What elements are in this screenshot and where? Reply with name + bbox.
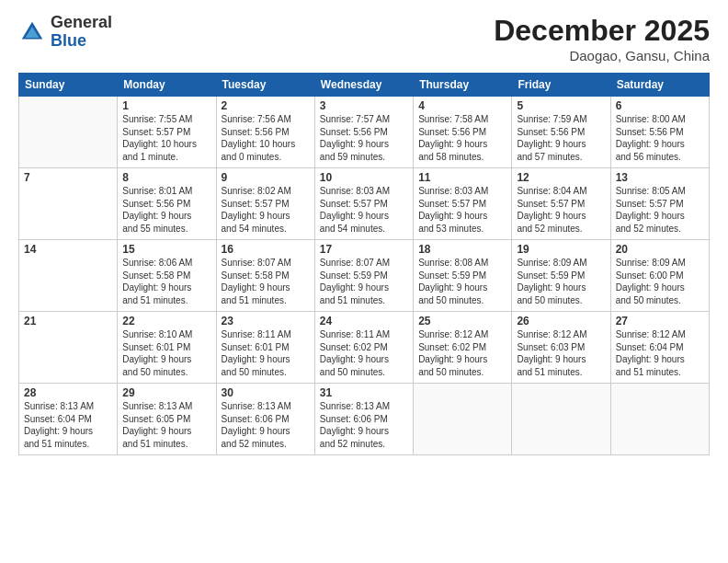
day-number: 15 bbox=[122, 243, 210, 256]
calendar-cell: 8Sunrise: 8:01 AMSunset: 5:56 PMDaylight… bbox=[118, 168, 216, 240]
calendar-cell: 1Sunrise: 7:55 AMSunset: 5:57 PMDaylight… bbox=[118, 97, 216, 168]
page: General Blue December 2025 Daogao, Gansu… bbox=[0, 0, 728, 563]
day-info: Sunrise: 7:56 AMSunset: 5:56 PMDaylight:… bbox=[222, 113, 310, 163]
calendar-week-0: 1Sunrise: 7:55 AMSunset: 5:57 PMDaylight… bbox=[19, 97, 710, 168]
day-number: 1 bbox=[122, 99, 210, 112]
day-number: 5 bbox=[517, 99, 605, 112]
calendar-header-wednesday: Wednesday bbox=[314, 74, 413, 97]
day-number: 7 bbox=[24, 171, 112, 184]
logo-blue: Blue bbox=[51, 32, 112, 51]
day-number: 29 bbox=[122, 386, 210, 399]
calendar-cell: 13Sunrise: 8:05 AMSunset: 5:57 PMDayligh… bbox=[610, 168, 709, 240]
calendar-cell bbox=[610, 384, 709, 455]
day-number: 11 bbox=[418, 171, 506, 184]
logo-general: General bbox=[51, 14, 112, 32]
calendar-cell: 4Sunrise: 7:58 AMSunset: 5:56 PMDaylight… bbox=[414, 97, 512, 168]
day-number: 25 bbox=[418, 315, 506, 327]
title-section: December 2025 Daogao, Gansu, China bbox=[494, 14, 710, 63]
day-number: 3 bbox=[320, 99, 408, 112]
calendar-cell: 14 bbox=[19, 240, 118, 312]
day-number: 16 bbox=[222, 243, 310, 256]
header: General Blue December 2025 Daogao, Gansu… bbox=[18, 14, 710, 63]
location: Daogao, Gansu, China bbox=[494, 48, 710, 63]
day-number: 28 bbox=[24, 386, 112, 399]
day-number: 23 bbox=[222, 315, 310, 327]
day-info: Sunrise: 8:11 AMSunset: 6:01 PMDaylight:… bbox=[222, 328, 310, 378]
calendar-cell: 22Sunrise: 8:10 AMSunset: 6:01 PMDayligh… bbox=[118, 312, 216, 384]
day-info: Sunrise: 8:13 AMSunset: 6:06 PMDaylight:… bbox=[320, 400, 408, 450]
day-number: 26 bbox=[517, 315, 605, 327]
calendar-cell: 6Sunrise: 8:00 AMSunset: 5:56 PMDaylight… bbox=[610, 97, 709, 168]
day-info: Sunrise: 8:11 AMSunset: 6:02 PMDaylight:… bbox=[320, 328, 408, 378]
day-number: 30 bbox=[222, 386, 310, 399]
day-info: Sunrise: 8:13 AMSunset: 6:05 PMDaylight:… bbox=[122, 400, 210, 450]
day-number: 18 bbox=[418, 243, 506, 256]
day-info: Sunrise: 8:12 AMSunset: 6:03 PMDaylight:… bbox=[517, 328, 605, 378]
calendar-header-saturday: Saturday bbox=[610, 74, 709, 97]
calendar-week-3: 2122Sunrise: 8:10 AMSunset: 6:01 PMDayli… bbox=[19, 312, 710, 384]
calendar-week-1: 78Sunrise: 8:01 AMSunset: 5:56 PMDayligh… bbox=[19, 168, 710, 240]
day-number: 22 bbox=[122, 315, 210, 327]
day-info: Sunrise: 8:09 AMSunset: 5:59 PMDaylight:… bbox=[517, 257, 605, 306]
day-info: Sunrise: 8:12 AMSunset: 6:02 PMDaylight:… bbox=[418, 328, 506, 378]
calendar-week-4: 28Sunrise: 8:13 AMSunset: 6:04 PMDayligh… bbox=[19, 384, 710, 455]
logo-text: General Blue bbox=[51, 14, 112, 51]
day-info: Sunrise: 8:01 AMSunset: 5:56 PMDaylight:… bbox=[122, 185, 210, 235]
day-info: Sunrise: 8:04 AMSunset: 5:57 PMDaylight:… bbox=[517, 185, 605, 235]
day-info: Sunrise: 7:55 AMSunset: 5:57 PMDaylight:… bbox=[122, 113, 210, 163]
day-number: 19 bbox=[517, 243, 605, 256]
day-number: 17 bbox=[320, 243, 408, 256]
day-number: 2 bbox=[222, 99, 310, 112]
calendar-cell bbox=[19, 97, 118, 168]
calendar-cell: 20Sunrise: 8:09 AMSunset: 6:00 PMDayligh… bbox=[610, 240, 709, 312]
calendar-cell: 10Sunrise: 8:03 AMSunset: 5:57 PMDayligh… bbox=[314, 168, 413, 240]
calendar-cell: 24Sunrise: 8:11 AMSunset: 6:02 PMDayligh… bbox=[314, 312, 413, 384]
calendar-cell: 28Sunrise: 8:13 AMSunset: 6:04 PMDayligh… bbox=[19, 384, 118, 455]
calendar-cell: 23Sunrise: 8:11 AMSunset: 6:01 PMDayligh… bbox=[216, 312, 314, 384]
calendar-cell bbox=[414, 384, 512, 455]
calendar-cell: 15Sunrise: 8:06 AMSunset: 5:58 PMDayligh… bbox=[118, 240, 216, 312]
calendar-cell: 30Sunrise: 8:13 AMSunset: 6:06 PMDayligh… bbox=[216, 384, 314, 455]
calendar-cell: 2Sunrise: 7:56 AMSunset: 5:56 PMDaylight… bbox=[216, 97, 314, 168]
calendar-table: SundayMondayTuesdayWednesdayThursdayFrid… bbox=[18, 73, 710, 455]
calendar-header-sunday: Sunday bbox=[19, 74, 118, 97]
day-info: Sunrise: 8:03 AMSunset: 5:57 PMDaylight:… bbox=[418, 185, 506, 235]
calendar-cell: 12Sunrise: 8:04 AMSunset: 5:57 PMDayligh… bbox=[512, 168, 610, 240]
calendar-cell: 5Sunrise: 7:59 AMSunset: 5:56 PMDaylight… bbox=[512, 97, 610, 168]
day-info: Sunrise: 8:05 AMSunset: 5:57 PMDaylight:… bbox=[616, 185, 704, 235]
day-number: 13 bbox=[616, 171, 704, 184]
calendar-header-row: SundayMondayTuesdayWednesdayThursdayFrid… bbox=[19, 74, 710, 97]
calendar-cell: 27Sunrise: 8:12 AMSunset: 6:04 PMDayligh… bbox=[610, 312, 709, 384]
calendar-cell: 19Sunrise: 8:09 AMSunset: 5:59 PMDayligh… bbox=[512, 240, 610, 312]
day-number: 12 bbox=[517, 171, 605, 184]
day-info: Sunrise: 7:57 AMSunset: 5:56 PMDaylight:… bbox=[320, 113, 408, 163]
day-info: Sunrise: 8:08 AMSunset: 5:59 PMDaylight:… bbox=[418, 257, 506, 306]
day-info: Sunrise: 8:02 AMSunset: 5:57 PMDaylight:… bbox=[222, 185, 310, 235]
calendar-cell: 11Sunrise: 8:03 AMSunset: 5:57 PMDayligh… bbox=[414, 168, 512, 240]
day-info: Sunrise: 8:13 AMSunset: 6:06 PMDaylight:… bbox=[222, 400, 310, 450]
day-info: Sunrise: 8:07 AMSunset: 5:58 PMDaylight:… bbox=[222, 257, 310, 306]
calendar-cell: 17Sunrise: 8:07 AMSunset: 5:59 PMDayligh… bbox=[314, 240, 413, 312]
day-number: 31 bbox=[320, 386, 408, 399]
day-number: 8 bbox=[122, 171, 210, 184]
day-number: 21 bbox=[24, 315, 112, 327]
logo: General Blue bbox=[18, 14, 112, 51]
calendar-cell: 26Sunrise: 8:12 AMSunset: 6:03 PMDayligh… bbox=[512, 312, 610, 384]
day-number: 27 bbox=[616, 315, 704, 327]
calendar-header-friday: Friday bbox=[512, 74, 610, 97]
day-number: 14 bbox=[24, 243, 112, 256]
calendar-cell: 29Sunrise: 8:13 AMSunset: 6:05 PMDayligh… bbox=[118, 384, 216, 455]
calendar-cell: 7 bbox=[19, 168, 118, 240]
calendar-cell: 16Sunrise: 8:07 AMSunset: 5:58 PMDayligh… bbox=[216, 240, 314, 312]
calendar-cell: 21 bbox=[19, 312, 118, 384]
calendar-header-tuesday: Tuesday bbox=[216, 74, 314, 97]
day-info: Sunrise: 7:59 AMSunset: 5:56 PMDaylight:… bbox=[517, 113, 605, 163]
day-info: Sunrise: 8:07 AMSunset: 5:59 PMDaylight:… bbox=[320, 257, 408, 306]
day-number: 10 bbox=[320, 171, 408, 184]
calendar-header-monday: Monday bbox=[118, 74, 216, 97]
logo-icon bbox=[18, 18, 46, 46]
day-info: Sunrise: 8:10 AMSunset: 6:01 PMDaylight:… bbox=[122, 328, 210, 378]
calendar-header-thursday: Thursday bbox=[414, 74, 512, 97]
day-info: Sunrise: 8:13 AMSunset: 6:04 PMDaylight:… bbox=[24, 400, 112, 450]
calendar-cell: 25Sunrise: 8:12 AMSunset: 6:02 PMDayligh… bbox=[414, 312, 512, 384]
